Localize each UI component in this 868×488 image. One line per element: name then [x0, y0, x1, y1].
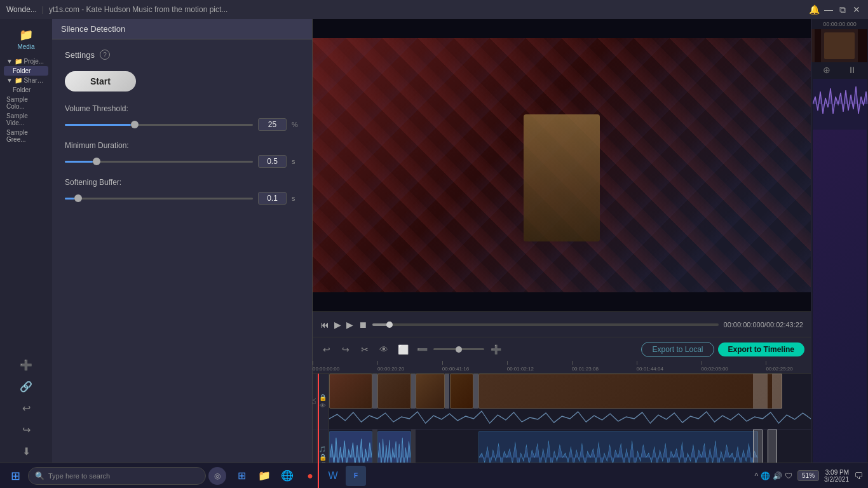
- sidebar-sample-green[interactable]: Sample Gree...: [4, 128, 48, 144]
- sidebar: 📁 Media ▼ 📁 Proje... Folder ▼ 📁 Share...…: [0, 19, 52, 488]
- video-top-bar: [313, 19, 811, 38]
- video-track-row: V1 🔒 👁: [313, 374, 811, 430]
- crop-button[interactable]: ⬜: [395, 342, 410, 357]
- sidebar-sample-video[interactable]: Sample Vide...: [4, 111, 48, 128]
- windows-icon[interactable]: ⊞: [231, 466, 252, 486]
- right-panel-controls: ⊕ ⏸: [811, 62, 868, 78]
- softening-buffer-slider[interactable]: [65, 194, 253, 203]
- playhead[interactable]: [318, 374, 319, 488]
- chrome-icon[interactable]: 🌐: [277, 466, 297, 486]
- play-button[interactable]: ▶: [334, 320, 341, 330]
- sidebar-shared-folder[interactable]: ▼ 📁 Share...: [4, 76, 48, 85]
- folder-tree: ▼ 📁 Proje... Folder ▼ 📁 Share... Folder …: [0, 55, 52, 146]
- close-button[interactable]: ✕: [851, 4, 862, 15]
- settings-row: Settings ?: [65, 50, 299, 60]
- alert-icon[interactable]: 🔔: [809, 4, 820, 15]
- redo-timeline-button[interactable]: ↪: [338, 342, 353, 357]
- eye-button[interactable]: 👁: [376, 342, 391, 357]
- start-button[interactable]: Start: [65, 71, 136, 92]
- silence-panel-title: Silence Detection: [52, 19, 312, 39]
- cut-button[interactable]: ✂: [357, 342, 372, 357]
- minimum-duration-label: Minimum Duration:: [65, 141, 299, 150]
- import-icon[interactable]: ⬇: [15, 442, 37, 460]
- video-track-content[interactable]: [329, 374, 811, 429]
- stop-button[interactable]: ⏹: [358, 320, 367, 330]
- add-media-icon[interactable]: ➕: [15, 356, 37, 374]
- minimum-duration-value[interactable]: 0.5: [258, 155, 287, 168]
- svg-rect-5: [815, 29, 821, 62]
- sidebar-sample-color[interactable]: Sample Colo...: [4, 95, 48, 111]
- media-icon: 📁: [19, 28, 33, 42]
- shield-icon[interactable]: 🛡: [785, 471, 792, 480]
- volume-threshold-value[interactable]: 25: [258, 118, 287, 131]
- softening-buffer-row: 0.1 s: [65, 192, 299, 205]
- undo-timeline-button[interactable]: ↩: [319, 342, 334, 357]
- video-bottom-bar: [313, 292, 811, 311]
- right-panel-time: 00:00:00:000: [811, 19, 868, 29]
- word-icon[interactable]: W: [323, 466, 343, 486]
- app-name: Wonde...: [6, 5, 37, 14]
- undo-icon[interactable]: ↩: [15, 399, 37, 417]
- network-icon[interactable]: 🌐: [761, 471, 770, 480]
- step-back-button[interactable]: ⏮: [320, 320, 329, 330]
- volume-threshold-slider[interactable]: [65, 120, 253, 129]
- eye-track-icon[interactable]: 👁: [320, 402, 326, 409]
- title-bar-controls: 🔔 — ⧉ ✕: [809, 4, 862, 15]
- plus-button[interactable]: ➕: [488, 342, 503, 357]
- taskbar-system-icons: ^ 🌐 🔊 🛡: [754, 471, 792, 480]
- sound-icon[interactable]: 🔊: [773, 471, 782, 480]
- title-bar: Wonde... | yt1s.com - Kate Hudson Music …: [0, 0, 868, 19]
- minimize-button[interactable]: —: [824, 4, 834, 15]
- taskbar-apps: ⊞ 📁 🌐 ● W F: [231, 466, 366, 486]
- editor-right-panel: 00:00:00:000 ⊕ ⏸: [811, 19, 868, 488]
- cortana-button[interactable]: ◎: [208, 467, 226, 485]
- taskbar-right: ^ 🌐 🔊 🛡 51% 3:09 PM 3/2/2021 🗨: [754, 469, 863, 483]
- taskbar-time: 3:09 PM: [824, 469, 849, 476]
- sidebar-folder-item[interactable]: Folder: [4, 66, 48, 76]
- right-panel-add-button[interactable]: ⊕: [823, 65, 831, 75]
- seek-bar[interactable]: [372, 323, 719, 326]
- taskbar-search[interactable]: 🔍 Type here to search: [28, 467, 206, 485]
- right-panel-thumbnail: [811, 29, 867, 62]
- restore-button[interactable]: ⧉: [837, 4, 848, 15]
- filmora-icon[interactable]: F: [346, 466, 366, 486]
- minimum-duration-row: 0.5 s: [65, 155, 299, 168]
- silence-panel-body: Settings ? Start Volume Threshold: 25 % …: [52, 39, 312, 225]
- minus-button[interactable]: ➖: [414, 342, 430, 357]
- zoom-slider[interactable]: [433, 348, 484, 350]
- time-display: 00:00:00:000/00:02:43:22: [724, 321, 803, 329]
- sidebar-project-folder[interactable]: ▼ 📁 Proje...: [4, 57, 48, 66]
- search-icon: 🔍: [35, 471, 44, 480]
- folder-icon[interactable]: 📁: [254, 466, 275, 486]
- link-icon[interactable]: 🔗: [15, 377, 37, 395]
- notification-button[interactable]: 🗨: [854, 471, 863, 481]
- video-frame: [313, 38, 811, 292]
- minimum-duration-slider[interactable]: [65, 157, 253, 166]
- settings-label: Settings: [65, 50, 95, 60]
- chevron-up-icon[interactable]: ^: [754, 471, 758, 480]
- window-title: yt1s.com - Kate Hudson Music from the mo…: [49, 5, 227, 14]
- help-icon[interactable]: ?: [100, 50, 110, 60]
- play-alt-button[interactable]: ▶: [346, 320, 353, 330]
- sidebar-media-button[interactable]: 📁 Media: [12, 25, 39, 53]
- lock-icon[interactable]: 🔒: [319, 394, 327, 401]
- taskbar-clock: 3:09 PM 3/2/2021: [824, 469, 849, 483]
- start-button[interactable]: ⊞: [5, 466, 25, 486]
- redo-icon[interactable]: ↪: [15, 421, 37, 438]
- silence-detection-panel: Silence Detection Settings ? Start Volum…: [52, 19, 313, 488]
- search-placeholder: Type here to search: [48, 472, 110, 480]
- volume-threshold-unit: %: [292, 121, 299, 128]
- sidebar-folder-item-2[interactable]: Folder: [4, 85, 48, 95]
- audio-lock-icon[interactable]: 🔒: [319, 454, 327, 461]
- export-local-button[interactable]: Export to Local: [641, 342, 714, 357]
- svg-rect-6: [858, 29, 867, 62]
- media-label: Media: [17, 43, 34, 50]
- export-timeline-button[interactable]: Export to Timeline: [718, 342, 804, 356]
- timeline-ruler: 00:00:00:00 00:00:20:20 00:00:41:16: [313, 361, 811, 374]
- video-main: ⏮ ▶ ▶ ⏹ 00:00:00:000/00:02:43:22 ↩ ↪: [313, 19, 811, 488]
- audio-icon: 🎵: [319, 446, 326, 452]
- softening-buffer-unit: s: [292, 194, 299, 202]
- softening-buffer-value[interactable]: 0.1: [258, 192, 287, 205]
- right-panel-pause-button[interactable]: ⏸: [848, 65, 857, 75]
- volume-threshold-row: 25 %: [65, 118, 299, 131]
